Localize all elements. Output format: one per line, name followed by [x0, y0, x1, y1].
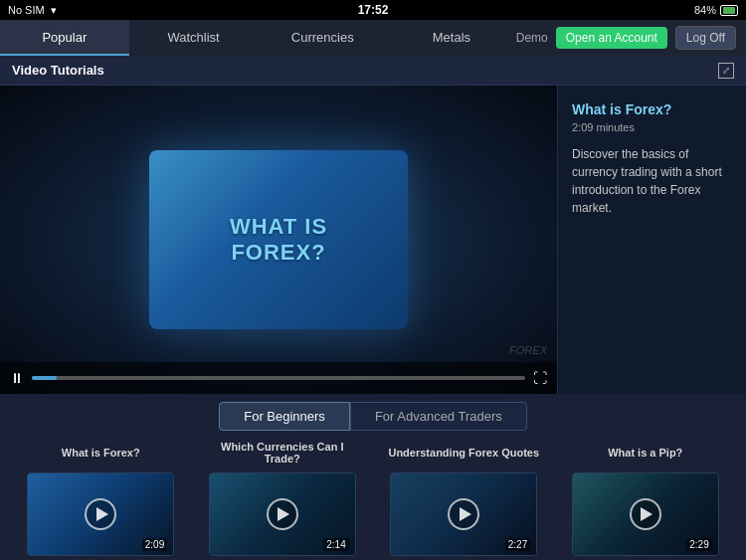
nav-tabs: Popular Watchlist Currencies Metals: [0, 20, 516, 56]
thumb-title-1: What is Forex?: [62, 439, 140, 467]
log-off-button[interactable]: Log Off: [675, 26, 736, 50]
status-bar: No SIM ▾ 17:52 84%: [0, 0, 746, 20]
thumb-image-4[interactable]: 2:29: [572, 472, 719, 556]
vt-header: Video Tutorials ⤢: [0, 56, 746, 86]
video-player[interactable]: What is FOREX? FOREX ⏸ ⛶: [0, 86, 557, 394]
thumb-title-4: What is a Pip?: [608, 439, 682, 467]
play-button-2[interactable]: [267, 498, 298, 530]
play-button-3[interactable]: [448, 498, 479, 530]
tab-metals[interactable]: Metals: [387, 20, 516, 56]
progress-bar[interactable]: [32, 376, 525, 380]
thumb-duration-1: 2:09: [142, 538, 167, 551]
demo-label: Demo: [516, 31, 548, 45]
carrier-label: No SIM: [8, 4, 45, 16]
nav-bar: Popular Watchlist Currencies Metals Demo…: [0, 20, 746, 56]
thumb-image-2[interactable]: 2:14: [209, 472, 356, 556]
tab-popular[interactable]: Popular: [0, 20, 129, 56]
main-content: What is FOREX? FOREX ⏸ ⛶ What is Forex? …: [0, 86, 746, 394]
thumb-duration-4: 2:29: [686, 538, 711, 551]
video-card-text: What is FOREX?: [230, 214, 327, 266]
thumb-title-3: Understanding Forex Quotes: [388, 439, 539, 467]
video-info: What is Forex? 2:09 minutes Discover the…: [557, 86, 746, 394]
battery-icon: [720, 5, 738, 16]
thumb-duration-2: 2:14: [323, 538, 348, 551]
thumb-duration-3: 2:27: [505, 538, 530, 551]
thumb-image-3[interactable]: 2:27: [390, 472, 537, 556]
battery-label: 84%: [694, 4, 716, 16]
list-item[interactable]: What is a Pip? 2:29: [566, 439, 725, 556]
pause-button[interactable]: ⏸: [10, 370, 24, 386]
list-item[interactable]: Which Currencies Can I Trade? 2:14: [203, 439, 362, 556]
play-button-1[interactable]: [85, 498, 116, 530]
tab-beginners[interactable]: For Beginners: [219, 402, 350, 431]
play-triangle-icon: [96, 507, 108, 521]
video-tabs: For Beginners For Advanced Traders: [0, 394, 746, 439]
play-triangle-icon: [641, 507, 653, 521]
thumb-image-1[interactable]: 2:09: [27, 472, 174, 556]
play-button-4[interactable]: [630, 498, 661, 530]
video-info-title: What is Forex?: [572, 101, 732, 117]
fullscreen-button[interactable]: ⛶: [533, 370, 547, 386]
tab-currencies[interactable]: Currencies: [258, 20, 387, 56]
tab-watchlist[interactable]: Watchlist: [129, 20, 259, 56]
tab-advanced[interactable]: For Advanced Traders: [350, 402, 527, 431]
video-info-duration: 2:09 minutes: [572, 121, 732, 133]
player-controls: ⏸ ⛶: [0, 362, 557, 394]
list-item[interactable]: What is Forex? 2:09: [21, 439, 180, 556]
bottom-section: For Beginners For Advanced Traders What …: [0, 394, 746, 560]
thumbnail-row: What is Forex? 2:09 Which Currencies Can…: [0, 439, 746, 560]
status-right: 84%: [694, 4, 738, 16]
open-account-button[interactable]: Open an Account: [556, 27, 667, 49]
wifi-icon: ▾: [51, 4, 57, 17]
status-time: 17:52: [358, 3, 389, 17]
expand-icon[interactable]: ⤢: [718, 63, 734, 79]
thumb-title-2: Which Currencies Can I Trade?: [203, 439, 362, 467]
progress-fill: [32, 376, 57, 380]
watermark: FOREX: [509, 344, 547, 356]
page-title: Video Tutorials: [12, 63, 104, 78]
play-triangle-icon: [460, 507, 471, 521]
nav-right: Demo Open an Account Log Off: [516, 26, 746, 50]
status-left: No SIM ▾: [8, 4, 57, 17]
play-triangle-icon: [278, 507, 289, 521]
list-item[interactable]: Understanding Forex Quotes 2:27: [384, 439, 543, 556]
video-info-description: Discover the basics of currency trading …: [572, 145, 732, 217]
video-card: What is FOREX?: [149, 150, 408, 329]
